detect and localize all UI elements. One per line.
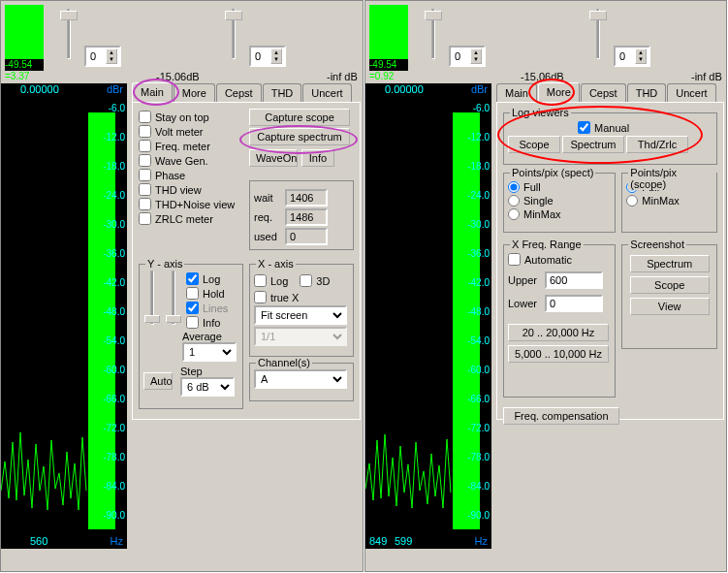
- scale-tick: -84.0: [467, 481, 490, 492]
- slider-2[interactable]: [222, 9, 245, 67]
- chk-thd-view[interactable]: THD view: [139, 183, 243, 196]
- db-label-1: -15.06dB: [156, 71, 200, 82]
- peak-db: -49.54: [5, 59, 32, 70]
- chk-volt-meter[interactable]: Volt meter: [139, 125, 243, 138]
- ppspect-title: Points/pix (spect): [510, 167, 595, 178]
- tab-uncert[interactable]: Uncert: [667, 83, 715, 103]
- used-label: used: [254, 231, 281, 242]
- scale-tick: -24.0: [467, 190, 490, 201]
- channel-select[interactable]: A: [254, 369, 347, 389]
- yaxis-slider-1[interactable]: [143, 271, 161, 329]
- range-5000-10000-button[interactable]: 5,000 .. 10,000 Hz: [508, 345, 609, 363]
- radio-full-spect[interactable]: Full: [508, 181, 611, 193]
- spectrum-button[interactable]: Spectrum: [562, 136, 624, 153]
- chk-stay-on-top[interactable]: Stay on top: [139, 111, 243, 123]
- range-20-20000-button[interactable]: 20 .. 20,000 Hz: [508, 324, 609, 341]
- yaxis-slider-2[interactable]: [165, 271, 182, 329]
- req-label: req.: [254, 211, 281, 223]
- freq-cursor: 560: [30, 535, 47, 547]
- scale-tick: -30.0: [467, 219, 490, 230]
- chk-xlog[interactable]: Log: [254, 274, 288, 287]
- upper-label: Upper: [508, 274, 541, 286]
- chk-freq-meter[interactable]: Freq. meter: [139, 140, 243, 152]
- slider-2[interactable]: [586, 9, 610, 67]
- peak-scale: =3.37: [5, 71, 29, 81]
- chk-hold[interactable]: Hold: [186, 287, 228, 300]
- tab-bar: Main More Cepst THD Uncert: [496, 83, 724, 103]
- wait-value: 1406: [285, 189, 328, 207]
- spin-2[interactable]: 0▲▼: [614, 46, 650, 67]
- thdzrlc-button[interactable]: Thd/Zrlc: [626, 136, 688, 153]
- tab-main[interactable]: Main: [132, 82, 173, 102]
- spin-1[interactable]: 0▲▼: [84, 46, 121, 67]
- fit-select[interactable]: Fit screen: [254, 305, 347, 325]
- spectrum-title: 0.00000: [385, 83, 424, 95]
- scale-tick: -54.0: [103, 335, 125, 346]
- chk-truex[interactable]: true X: [254, 291, 349, 303]
- scale-tick: -60.0: [103, 365, 125, 375]
- capture-spectrum-button[interactable]: Capture spectrum: [249, 128, 350, 145]
- freq-cursor: 599: [395, 535, 412, 547]
- spectrum-display: 0.00000 dBr 849 599 Hz -6.0-12.0-18.0-24…: [365, 83, 491, 549]
- ppscope-title: Points/pix (scope): [628, 167, 716, 190]
- scale-tick: -6.0: [109, 103, 125, 113]
- chk-thdnoise-view[interactable]: THD+Noise view: [139, 198, 243, 210]
- screenshot-view-button[interactable]: View: [630, 298, 710, 315]
- tab-cepst[interactable]: Cepst: [581, 83, 626, 103]
- tab-more[interactable]: More: [538, 82, 580, 102]
- peak-bar: [453, 112, 480, 529]
- tab-thd[interactable]: THD: [627, 83, 667, 103]
- scale-tick: -84.0: [103, 481, 125, 492]
- spectrum-unit: dBr: [471, 83, 488, 95]
- chk-lines[interactable]: Lines: [186, 302, 228, 314]
- scale-tick: -72.0: [103, 423, 125, 433]
- lower-label: Lower: [508, 298, 541, 309]
- channel-title: Channel(s): [256, 357, 312, 368]
- main-tab-page: Stay on top Volt meter Freq. meter Wave …: [132, 102, 361, 420]
- scale-tick: -36.0: [103, 248, 125, 259]
- screenshot-scope-button[interactable]: Scope: [630, 276, 710, 294]
- waveon-button[interactable]: WaveOn: [249, 149, 298, 167]
- info-button[interactable]: Info: [301, 149, 334, 167]
- screenshot-spectrum-button[interactable]: Spectrum: [630, 255, 710, 272]
- chk-log[interactable]: Log: [186, 272, 228, 285]
- tab-more[interactable]: More: [174, 83, 215, 103]
- freq-0: 849: [369, 535, 387, 547]
- db-label-2: -inf dB: [327, 71, 358, 82]
- radio-minmax-scope[interactable]: MinMax: [626, 195, 712, 207]
- chk-automatic[interactable]: Automatic: [508, 253, 611, 266]
- avg-select[interactable]: 1: [182, 342, 237, 362]
- chk-wave-gen[interactable]: Wave Gen.: [139, 154, 243, 167]
- slider-1[interactable]: [57, 9, 80, 67]
- freq-compensation-button[interactable]: Freq. compensation: [503, 407, 619, 425]
- scope-button[interactable]: Scope: [508, 136, 560, 153]
- topbar: -49.54 =0.92 0▲▼ -15.06dB 0▲▼ -inf dB: [365, 1, 726, 83]
- scale-tick: -54.0: [467, 335, 490, 346]
- spin-2[interactable]: 0▲▼: [249, 46, 286, 67]
- spin-1[interactable]: 0▲▼: [449, 46, 486, 67]
- chk-info[interactable]: Info: [186, 316, 228, 329]
- tab-cepst[interactable]: Cepst: [216, 83, 262, 103]
- slider-1[interactable]: [422, 9, 445, 67]
- tab-main[interactable]: Main: [496, 83, 537, 103]
- lower-input[interactable]: [545, 295, 603, 312]
- auto-button[interactable]: Auto: [143, 372, 173, 390]
- step-select[interactable]: 6 dB: [180, 377, 235, 397]
- radio-single-spect[interactable]: Single: [508, 195, 611, 207]
- db-label-1: -15.06dB: [521, 71, 564, 82]
- used-value: 0: [285, 228, 328, 245]
- chk-manual[interactable]: Manual: [578, 121, 712, 134]
- tab-thd[interactable]: THD: [263, 83, 302, 103]
- capture-scope-button[interactable]: Capture scope: [249, 109, 350, 126]
- chk-zrlc-meter[interactable]: ZRLC meter: [139, 212, 243, 225]
- tab-uncert[interactable]: Uncert: [302, 83, 351, 103]
- chk-phase[interactable]: Phase: [139, 169, 243, 181]
- log-viewers-title: Log viewers: [510, 107, 571, 118]
- spectrum-title: 0.00000: [20, 83, 59, 95]
- chk-3d[interactable]: 3D: [300, 274, 330, 287]
- upper-input[interactable]: [545, 271, 603, 289]
- radio-minmax-spect[interactable]: MinMax: [508, 208, 611, 220]
- db-label-2: -inf dB: [691, 71, 722, 82]
- scale-tick: -66.0: [103, 394, 125, 404]
- peak-scale: =0.92: [369, 71, 394, 81]
